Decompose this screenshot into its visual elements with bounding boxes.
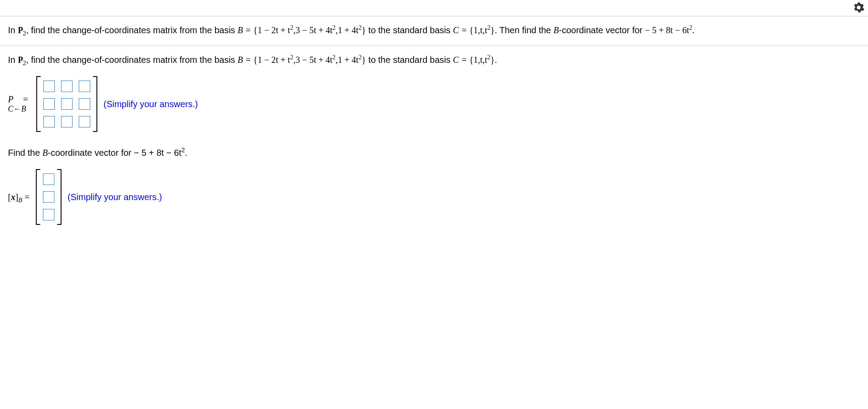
bracket-right [57,169,61,225]
bracket-right [93,76,97,132]
vector-cell-1[interactable] [43,191,54,203]
matrix-cell-2-1[interactable] [61,116,73,127]
header-bar [0,0,868,16]
simplify-hint-2: (Simplify your answers.) [68,189,162,205]
intro-text: In P2, find the change-of-coordinates ma… [8,25,695,35]
part1: In P2, find the change-of-coordinates ma… [0,46,868,232]
vector-cell-0[interactable] [43,174,54,185]
matrix-cell-0-0[interactable] [43,81,55,92]
matrix-3x3 [36,76,97,132]
vector-cell-2[interactable] [43,209,54,220]
matrix-cell-1-2[interactable] [79,98,90,110]
problem-intro: In P2, find the change-of-coordinates ma… [0,16,868,46]
bracket-left [36,169,40,225]
gear-icon[interactable] [853,2,864,13]
vector-answer-row: [x]B = (Simplify your answers.) [8,169,860,225]
simplify-hint-1: (Simplify your answers.) [104,96,198,112]
matrix-cell-1-1[interactable] [61,98,73,110]
matrix-cell-2-2[interactable] [79,116,90,127]
part2-prompt: Find the B-coordinate vector for − 5 + 8… [8,144,860,161]
matrix-cell-2-0[interactable] [43,116,55,127]
matrix-cell-0-1[interactable] [61,81,73,92]
vector-lhs: [x]B = [8,189,30,205]
matrix-answer-row: P = C←B (Simplify your answers.) [8,76,860,132]
bracket-left [36,76,41,132]
matrix-cell-1-0[interactable] [43,98,55,110]
vector-3x1 [36,169,61,225]
matrix-cell-0-2[interactable] [79,81,90,92]
matrix-lhs: P = C←B [8,94,30,114]
part1-prompt: In P2, find the change-of-coordinates ma… [8,51,860,68]
